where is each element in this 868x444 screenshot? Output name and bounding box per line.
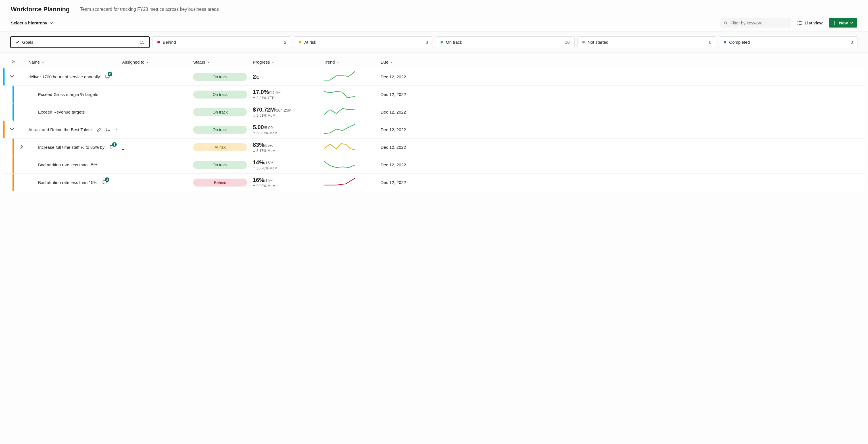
progress-cell: 17.0%/14.6%3.87% YTD: [253, 89, 324, 100]
check-icon: [16, 40, 19, 44]
table-row[interactable]: Bad attrition rate less than 15%On track…: [3, 156, 865, 173]
due-date: Dec 12, 2022: [381, 92, 426, 97]
status-filter-behind[interactable]: Behind2: [153, 36, 291, 48]
trend-sparkline: [324, 177, 381, 188]
status-filter-not-started[interactable]: Not started0: [578, 36, 716, 48]
comment-icon[interactable]: 2: [102, 180, 107, 185]
search-input[interactable]: [730, 21, 787, 25]
table-row[interactable]: Exceed Revenue targetsOn track$70.72M/$6…: [3, 103, 865, 121]
table-row[interactable]: Increase full time staff % to 85% by1_At…: [3, 138, 865, 156]
status-count: 2: [284, 40, 286, 44]
progress-cell: 2/2: [253, 73, 324, 80]
assigned-cell: _: [122, 145, 193, 150]
status-pill: Behind: [193, 179, 247, 187]
edit-icon[interactable]: [97, 127, 102, 132]
status-label: Not started: [588, 40, 609, 44]
status-pill: On track: [193, 161, 247, 169]
comment-count: 2: [105, 178, 110, 182]
status-filter-completed[interactable]: Completed0: [719, 36, 858, 48]
row-accent-bar: [12, 174, 14, 191]
table-row[interactable]: Exceed Gross margin % targetsOn track17.…: [3, 86, 865, 103]
status-pill: On track: [193, 73, 247, 81]
status-dot: [157, 41, 160, 43]
row-name: Attract and Retain the Best Talent: [28, 127, 94, 133]
more-icon[interactable]: [115, 127, 119, 132]
svg-point-6: [798, 24, 798, 24]
expand-toggle[interactable]: [19, 144, 24, 150]
column-due[interactable]: Due: [381, 60, 426, 64]
status-dot: [440, 41, 443, 43]
row-name: Exceed Revenue targets: [28, 109, 87, 115]
table-row[interactable]: Attract and Retain the Best TalentOn tra…: [3, 121, 865, 138]
column-progress[interactable]: Progress: [253, 60, 324, 64]
column-status[interactable]: Status: [193, 60, 253, 64]
plus-icon: [833, 21, 837, 25]
status-filter-at-risk[interactable]: At risk3: [294, 36, 433, 48]
new-button[interactable]: New: [829, 18, 857, 28]
due-date: Dec 12, 2022: [381, 180, 426, 185]
progress-cell: 83%/85%3.17% MoM: [253, 142, 324, 153]
due-date: Dec 12, 2022: [381, 162, 426, 167]
hierarchy-label: Select a hierarchy: [11, 21, 47, 25]
arrow-up-icon: [253, 132, 255, 134]
progress-cell: 16%/15%9.99% MoM: [253, 177, 324, 188]
expand-toggle[interactable]: [9, 73, 15, 79]
arrow-down-icon: [253, 150, 255, 152]
row-name: Exceed Gross margin % targets: [28, 91, 100, 98]
status-label: On track: [446, 40, 462, 44]
arrow-up-icon: [253, 185, 255, 187]
status-label: Completed: [729, 40, 750, 44]
status-label: Behind: [163, 40, 176, 44]
svg-point-2: [798, 21, 798, 22]
hierarchy-select[interactable]: Select a hierarchy: [11, 19, 53, 26]
column-trend[interactable]: Trend: [324, 60, 381, 64]
status-filter-bar: Goals15Behind2At risk3On track10Not star…: [0, 32, 868, 53]
status-filter-on-track[interactable]: On track10: [436, 36, 575, 48]
list-icon: [797, 21, 802, 25]
row-name: deliver 1700 hours of service annually: [28, 74, 102, 80]
comment-icon[interactable]: 2: [105, 74, 110, 80]
trend-sparkline: [324, 106, 381, 118]
search-icon: [724, 21, 728, 25]
due-date: Dec 12, 2022: [381, 127, 426, 132]
row-accent-bar: [12, 86, 14, 103]
row-accent-bar: [12, 156, 14, 173]
comment-count: 1: [112, 142, 117, 147]
status-pill: At risk: [193, 144, 247, 151]
row-accent-bar: [12, 138, 14, 156]
trend-sparkline: [324, 124, 381, 135]
column-name[interactable]: Name: [28, 60, 122, 64]
search-box[interactable]: [720, 18, 791, 28]
chevron-down-icon: [50, 21, 53, 25]
status-count: 15: [140, 40, 145, 44]
status-pill: On track: [193, 91, 247, 98]
progress-cell: $70.72M/$64.25M9.51% MoM: [253, 106, 324, 118]
expand-all-icon[interactable]: [11, 59, 16, 64]
status-pill: On track: [193, 108, 247, 116]
column-assigned-to[interactable]: Assigned to: [122, 60, 193, 64]
svg-point-12: [117, 131, 117, 131]
arrow-up-icon: [253, 167, 255, 170]
svg-line-1: [726, 24, 727, 24]
svg-point-4: [798, 23, 798, 23]
comment-count: 2: [107, 72, 112, 76]
trend-sparkline: [324, 71, 381, 82]
status-count: 3: [426, 40, 428, 44]
table-row[interactable]: deliver 1700 hours of service annually2O…: [3, 68, 865, 86]
row-accent-bar: [3, 68, 4, 86]
status-dot: [724, 41, 726, 43]
comment-icon[interactable]: 1: [110, 145, 115, 150]
status-filter-goals[interactable]: Goals15: [10, 36, 150, 48]
due-date: Dec 12, 2022: [381, 109, 426, 115]
list-view-button[interactable]: List view: [797, 21, 823, 25]
status-count: 0: [851, 40, 853, 44]
table-row[interactable]: Bad attrition rate less than 15%2Behind1…: [3, 173, 865, 191]
comment-icon[interactable]: [106, 127, 111, 132]
expand-toggle[interactable]: [9, 126, 15, 132]
due-date: Dec 12, 2022: [381, 74, 426, 79]
trend-sparkline: [324, 142, 381, 153]
row-name: Bad attrition rate less than 15%: [28, 162, 99, 168]
row-name: Bad attrition rate less than 15%: [28, 180, 99, 186]
row-name: Increase full time staff % to 85% by: [28, 144, 107, 151]
status-count: 0: [709, 40, 711, 44]
